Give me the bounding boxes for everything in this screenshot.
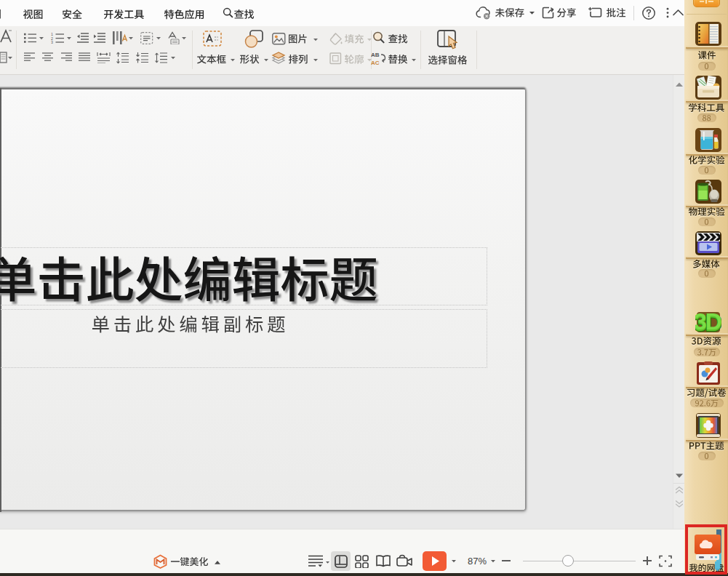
svg-text:AB: AB — [371, 52, 380, 58]
svg-text:3: 3 — [51, 40, 53, 44]
svg-text:AC: AC — [371, 60, 380, 65]
